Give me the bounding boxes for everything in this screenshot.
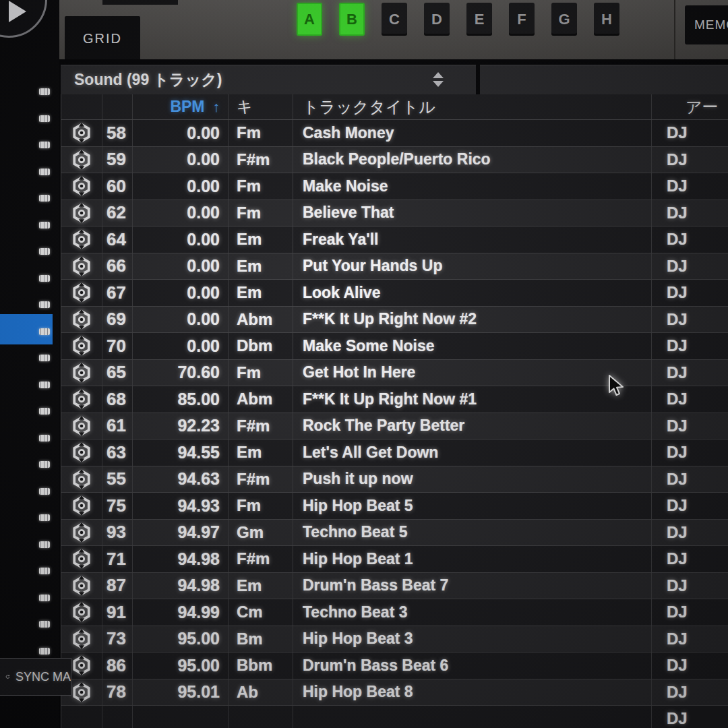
sidebar-badge-icon[interactable] — [39, 115, 50, 122]
table-row[interactable]: 93 94.97 Gm Techno Beat 5 DJ — [61, 520, 728, 547]
track-bpm: 85.00 — [132, 386, 228, 413]
track-title: Cash Money — [293, 120, 651, 146]
track-icon — [71, 123, 92, 143]
column-header-title[interactable]: トラックタイトル — [293, 94, 651, 119]
table-row[interactable]: 70 0.00 Dbm Make Some Noise DJ — [61, 333, 728, 360]
column-header-number[interactable] — [102, 94, 132, 119]
column-header-artist[interactable]: アー — [651, 94, 728, 119]
sidebar-badge-icon[interactable] — [39, 461, 50, 468]
hotcue-button-h[interactable]: H — [594, 3, 619, 36]
track-artist: DJ — [651, 147, 728, 173]
track-title: Black People/Puerto Rico — [293, 147, 651, 173]
tab-grid[interactable]: GRID — [65, 16, 140, 59]
sort-toggle-icon[interactable] — [433, 72, 444, 87]
hotcue-button-a[interactable]: A — [297, 3, 322, 36]
table-row[interactable]: DJ — [61, 706, 728, 728]
sidebar-badge-icon[interactable] — [39, 88, 50, 95]
track-artist: DJ — [651, 546, 728, 572]
track-bpm: 0.00 — [132, 307, 228, 333]
table-row[interactable]: 66 0.00 Em Put Your Hands Up DJ — [61, 253, 728, 280]
sidebar-badge-icon[interactable] — [39, 621, 50, 628]
table-row[interactable]: 64 0.00 Em Freak Ya'll DJ — [61, 226, 728, 253]
sidebar-badge-icon[interactable] — [39, 595, 50, 601]
table-row[interactable]: 75 94.93 Fm Hip Hop Beat 5 DJ — [61, 493, 728, 520]
track-number: 60 — [102, 173, 132, 200]
table-row[interactable]: 87 94.98 Em Drum'n Bass Beat 7 DJ — [61, 573, 728, 600]
table-row[interactable]: 86 95.00 Bbm Drum'n Bass Beat 6 DJ — [61, 653, 728, 679]
track-artist: DJ — [651, 439, 728, 466]
track-key: Cm — [228, 599, 293, 626]
sidebar-badge-icon[interactable] — [39, 648, 50, 655]
hotcue-button-g[interactable]: G — [551, 3, 577, 36]
track-key: Em — [228, 280, 293, 306]
track-title: Hip Hop Beat 3 — [293, 626, 651, 653]
table-row[interactable]: 68 85.00 Abm F**K It Up Right Now #1 DJ — [61, 386, 728, 413]
hotcue-button-b[interactable]: B — [339, 3, 365, 36]
table-row[interactable]: 59 0.00 F#m Black People/Puerto Rico DJ — [61, 147, 728, 174]
hotcue-button-f[interactable]: F — [509, 3, 535, 36]
sidebar-badge-icon[interactable] — [39, 328, 50, 335]
table-row[interactable]: 71 94.98 F#m Hip Hop Beat 1 DJ — [61, 546, 728, 573]
sidebar-badge-icon[interactable] — [39, 488, 50, 495]
hotcue-button-d[interactable]: D — [424, 3, 450, 36]
table-row[interactable]: 60 0.00 Fm Make Noise DJ — [61, 173, 728, 200]
track-icon — [71, 549, 92, 569]
sidebar-badge-icon[interactable] — [39, 222, 50, 229]
table-row[interactable]: 69 0.00 Abm F**K It Up Right Now #2 DJ — [61, 307, 728, 334]
track-key: F#m — [228, 466, 293, 493]
table-row[interactable]: 91 94.99 Cm Techno Beat 3 DJ — [61, 599, 728, 626]
track-key: F#m — [228, 413, 293, 439]
track-icon — [71, 229, 92, 249]
sidebar-badge-icon[interactable] — [39, 408, 50, 415]
table-row[interactable]: 73 95.00 Bm Hip Hop Beat 3 DJ — [61, 626, 728, 653]
rekordbox-window: GRID ABCDEFGH MEMO SYNC MA Sound (99 トラッ… — [0, 0, 728, 728]
track-title — [293, 706, 651, 728]
table-row[interactable]: 65 70.60 Fm Get Hot In Here DJ — [61, 360, 728, 387]
track-number: 73 — [102, 626, 132, 653]
sort-up-icon — [433, 72, 444, 78]
table-row[interactable]: 61 92.23 F#m Rock The Party Better DJ — [61, 413, 728, 440]
cutoff-element — [102, 0, 178, 5]
track-bpm: 70.60 — [132, 360, 228, 386]
track-icon — [71, 522, 92, 543]
table-row[interactable]: 78 95.01 Ab Hip Hop Beat 8 DJ — [61, 679, 728, 706]
column-header-bpm[interactable]: BPM ↑ — [132, 94, 228, 119]
track-bpm: 0.00 — [132, 147, 228, 173]
sidebar-badge-icon[interactable] — [39, 355, 50, 361]
sidebar-badge-icon[interactable] — [39, 514, 50, 521]
track-number: 63 — [102, 439, 132, 466]
table-row[interactable]: 63 94.55 Em Let's All Get Down DJ — [61, 439, 728, 466]
sidebar-badge-icon[interactable] — [39, 382, 50, 388]
track-bpm: 94.99 — [132, 599, 228, 626]
sidebar-badge-icon[interactable] — [39, 169, 50, 175]
track-title: F**K It Up Right Now #2 — [293, 307, 651, 333]
playlist-title-bar[interactable]: Sound (99 トラック) — [61, 65, 476, 94]
sidebar-badge-icon[interactable] — [39, 195, 50, 202]
table-row[interactable]: 62 0.00 Fm Believe That DJ — [61, 200, 728, 227]
track-key: Fm — [228, 120, 293, 146]
hotcue-button-e[interactable]: E — [466, 3, 492, 36]
sidebar-badge-icon[interactable] — [39, 568, 50, 574]
track-bpm: 95.01 — [132, 679, 228, 706]
hotcue-bank: ABCDEFGH — [297, 3, 619, 36]
sidebar-badge-icon[interactable] — [39, 142, 50, 148]
track-bpm: 0.00 — [132, 200, 228, 226]
table-row[interactable]: 58 0.00 Fm Cash Money DJ — [61, 120, 728, 147]
table-row[interactable]: 55 94.63 F#m Push it up now DJ — [61, 466, 728, 493]
track-number: 65 — [102, 360, 132, 386]
play-button[interactable] — [0, 0, 47, 38]
memo-button[interactable]: MEMO — [685, 5, 728, 44]
track-key: Gm — [228, 520, 293, 546]
sidebar-badge-icon[interactable] — [39, 435, 50, 442]
track-artist: DJ — [651, 493, 728, 519]
track-number: 71 — [102, 546, 132, 572]
sidebar-badge-icon[interactable] — [39, 541, 50, 548]
hotcue-button-c[interactable]: C — [382, 3, 407, 36]
sidebar-badge-icon[interactable] — [39, 301, 50, 308]
column-header-key[interactable]: キ — [228, 94, 293, 119]
table-header-row: BPM ↑ キ トラックタイトル アー — [61, 94, 728, 120]
sidebar-badge-icon[interactable] — [39, 275, 50, 282]
sync-manager-button[interactable]: SYNC MA — [0, 658, 71, 696]
table-row[interactable]: 67 0.00 Em Look Alive DJ — [61, 280, 728, 307]
sidebar-badge-icon[interactable] — [39, 248, 50, 255]
